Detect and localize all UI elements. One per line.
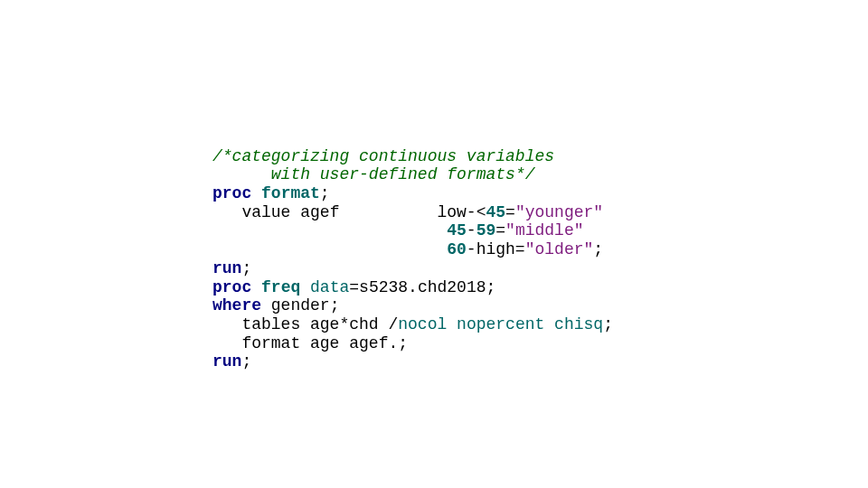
kw-value: value [212, 203, 290, 221]
comment-line-1: /*categorizing continuous variables [212, 147, 554, 165]
kw-run-1: run [212, 259, 241, 277]
kw-where: where [212, 296, 261, 314]
pad [339, 203, 437, 221]
ident-agef: agef [290, 203, 339, 221]
format-args: age agef.; [300, 334, 408, 352]
num-59: 59 [476, 221, 496, 239]
kw-format-stmt: format [212, 334, 300, 352]
procname-freq: freq [261, 278, 300, 296]
semicolon: ; [241, 352, 251, 371]
opt-data: data [310, 278, 349, 296]
semicolon: ; [593, 240, 603, 258]
pad [212, 240, 447, 258]
str-younger: "younger" [515, 203, 603, 221]
space [251, 278, 261, 296]
pad [212, 221, 447, 239]
space [544, 315, 554, 333]
str-middle: "middle" [505, 221, 583, 239]
dataset: =s5238.chd2018; [349, 278, 495, 296]
tok-high: -high= [467, 240, 525, 258]
kw-run-2: run [212, 352, 241, 371]
where-expr: gender; [261, 296, 339, 314]
procname-format: format [261, 184, 320, 202]
kw-tables: tables [212, 315, 300, 333]
kw-proc-2: proc [212, 278, 251, 296]
opt-nocol: nocol [398, 315, 447, 333]
comment-line-2: with user-defined formats*/ [212, 165, 534, 183]
opt-chisq: chisq [554, 315, 603, 333]
dash: - [467, 221, 476, 239]
str-older: "older" [525, 240, 594, 258]
eq: = [495, 221, 505, 239]
space [300, 278, 310, 296]
tables-expr: age*chd / [300, 315, 398, 333]
space [251, 184, 261, 202]
num-45a: 45 [486, 203, 505, 221]
kw-proc-1: proc [212, 184, 251, 202]
semicolon: ; [320, 184, 330, 202]
semicolon: ; [603, 315, 613, 333]
opt-nopercent: nopercent [457, 315, 544, 333]
tok-low: low-< [437, 203, 486, 221]
semicolon: ; [241, 259, 251, 277]
eq: = [505, 203, 515, 221]
sas-code-block: /*categorizing continuous variables with… [212, 128, 613, 371]
num-45b: 45 [447, 221, 467, 239]
num-60: 60 [447, 240, 467, 258]
space [447, 315, 457, 333]
